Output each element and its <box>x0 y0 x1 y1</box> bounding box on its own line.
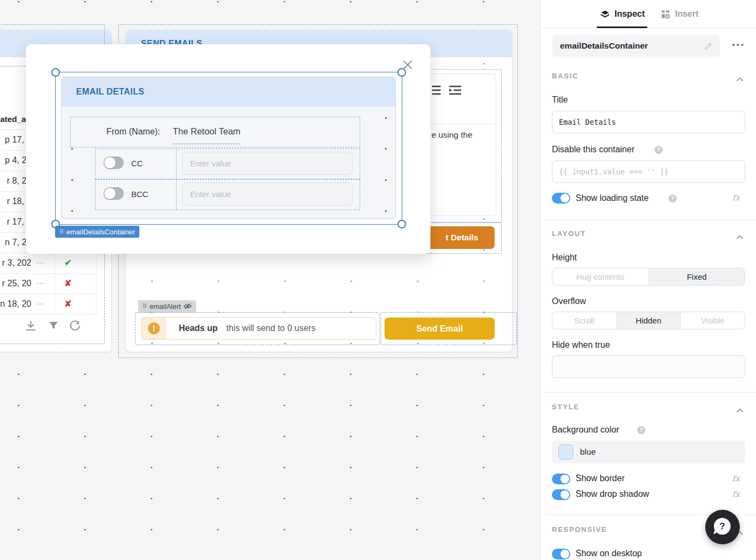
layers-icon <box>600 9 610 19</box>
overflow-option-visible[interactable]: Visible <box>681 312 745 329</box>
email-details-modal: EMAIL DETAILS From (Name): The Retool Te… <box>26 44 430 254</box>
background-color-label: Background color <box>552 425 619 435</box>
section-responsive[interactable]: RESPONSIVE <box>552 525 608 534</box>
resize-handle-top-left[interactable] <box>51 68 60 77</box>
chevron-up-icon[interactable] <box>737 405 743 409</box>
background-color-picker[interactable]: blue <box>552 441 745 463</box>
bcc-toggle[interactable] <box>104 187 124 200</box>
help-button[interactable]: ? <box>705 510 740 544</box>
section-divider <box>540 392 756 393</box>
help-icon[interactable]: ? <box>637 426 645 434</box>
email-details-title: EMAIL DETAILS <box>76 87 144 96</box>
show-loading-label: Show loading state <box>576 193 649 203</box>
show-border-toggle[interactable] <box>552 474 570 484</box>
section-basic[interactable]: BASIC <box>552 72 578 80</box>
section-layout[interactable]: LAYOUT <box>552 230 586 238</box>
show-on-desktop-toggle[interactable] <box>552 549 570 559</box>
overflow-label: Overflow <box>552 296 586 306</box>
section-style[interactable]: STYLE <box>552 403 579 411</box>
color-swatch[interactable] <box>558 444 573 460</box>
height-label: Height <box>552 253 577 262</box>
drag-handle-icon[interactable]: ⠿ <box>59 228 64 235</box>
section-divider <box>540 219 756 220</box>
chevron-up-icon[interactable] <box>737 74 743 78</box>
title-label: Title <box>552 95 568 105</box>
insert-component-icon <box>660 9 671 19</box>
title-input[interactable]: Email Details <box>552 111 745 133</box>
send-button-selection <box>381 312 517 345</box>
overflow-option-scroll[interactable]: Scroll <box>552 312 617 329</box>
app-canvas[interactable]: ated_a p 17, 2 ⋯ p 4, 20 ⋯ r 8, 20 ⋯ r 1… <box>0 0 540 560</box>
active-tab-underline <box>597 26 647 28</box>
component-name-field[interactable]: emailDetailsContainer <box>552 35 720 57</box>
resize-handle-top-right[interactable] <box>397 68 406 77</box>
from-name-label: From (Name): <box>106 117 160 146</box>
email-details-header: EMAIL DETAILS <box>62 77 395 106</box>
overflow-segmented-control: Scroll Hidden Visible <box>552 312 745 329</box>
height-segmented-control: Hug contents Fixed <box>552 268 745 286</box>
edit-pencil-icon[interactable] <box>704 41 713 51</box>
hide-when-true-label: Hide when true <box>552 340 610 350</box>
fx-button[interactable]: fx <box>732 193 740 203</box>
height-option-fixed[interactable]: Fixed <box>649 268 745 285</box>
help-icon[interactable]: ? <box>654 146 663 154</box>
height-option-hug[interactable]: Hug contents <box>552 268 649 285</box>
bcc-input[interactable]: Enter value <box>182 183 353 206</box>
alert-selection <box>135 312 380 345</box>
disable-container-label: Disable this container <box>552 145 634 154</box>
disable-container-input[interactable]: {{ input1.value === '' }} <box>552 160 745 183</box>
email-details-container-badge[interactable]: ⠿ emailDetailsContainer <box>55 226 139 238</box>
help-icon[interactable]: ? <box>669 194 677 203</box>
overflow-option-hidden[interactable]: Hidden <box>617 312 681 329</box>
tab-insert[interactable]: Insert <box>660 0 699 28</box>
tab-inspect[interactable]: Inspect <box>600 0 645 28</box>
show-loading-toggle[interactable] <box>552 193 570 204</box>
cc-toggle[interactable] <box>104 157 124 169</box>
overflow-menu-icon[interactable]: ••• <box>729 40 748 49</box>
help-bubble-icon: ? <box>714 518 731 535</box>
resize-handle-bottom-right[interactable] <box>397 220 406 228</box>
cc-input[interactable]: Enter value <box>182 152 353 175</box>
row-split-line <box>176 149 177 209</box>
show-border-label: Show border <box>576 474 625 483</box>
show-drop-shadow-toggle[interactable] <box>552 489 570 500</box>
retool-editor: ated_a p 17, 2 ⋯ p 4, 20 ⋯ r 8, 20 ⋯ r 1… <box>0 0 756 560</box>
panel-tabs: Inspect Insert <box>541 0 756 29</box>
chevron-up-icon[interactable] <box>737 232 743 236</box>
from-name-value[interactable]: The Retool Team <box>173 117 240 144</box>
show-drop-shadow-label: Show drop shadow <box>576 489 649 499</box>
fx-button[interactable]: fx <box>732 474 740 483</box>
cc-label: CC <box>131 149 143 178</box>
hide-when-true-input[interactable] <box>552 355 745 378</box>
show-on-desktop-label: Show on desktop <box>576 549 642 558</box>
bcc-label: BCC <box>131 179 148 209</box>
fx-button[interactable]: fx <box>732 489 740 499</box>
